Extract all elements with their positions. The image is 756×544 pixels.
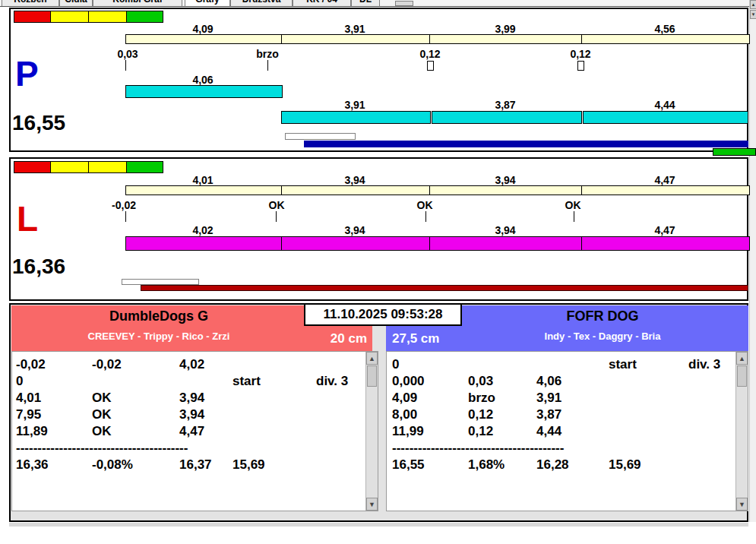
cell: 4,09 (392, 391, 468, 406)
dog-time-label: 3,94 (495, 224, 515, 236)
tick-mark (425, 211, 426, 222)
record-time: 15,69 (232, 457, 316, 473)
separator-row: ---------------------------------------- (387, 440, 735, 457)
summary-row: 16,36-0,08%16,3715,69 (12, 457, 365, 473)
track-segment (582, 35, 749, 43)
track-segment (282, 35, 430, 43)
scroll-up-icon[interactable]: ▲ (736, 352, 748, 365)
crossing-mark-label: OK (269, 199, 285, 211)
indicator-green-segment (127, 11, 163, 23)
datetime-text: 11.10.2025 09:53:28 (324, 307, 443, 322)
window-scrollbar[interactable]: ▲ ▼ (749, 0, 756, 522)
table-row: 8,000,123,87 (387, 406, 735, 423)
tab-druzstva[interactable]: Družstva (230, 0, 293, 7)
lane-p-dog-bar (281, 111, 431, 124)
crossing-mark-label: 0,12 (419, 48, 440, 60)
table-body: 0startdiv. 3 0,0000,034,06 4,09brzo3,91 … (387, 352, 748, 473)
dog-time-label: 4,02 (192, 224, 213, 236)
scroll-down-icon[interactable]: ▼ (366, 498, 378, 511)
crossing-mark-label: OK (417, 199, 433, 211)
table-scrollbar[interactable]: ▲ ▼ (735, 352, 748, 511)
cell: 3,94 (179, 391, 232, 406)
tab-label: Kombi Graf (112, 0, 162, 5)
timing-window: Rozběh Čidla Kombi Graf Grafy Družstva K… (0, 0, 756, 544)
tab-bar: Rozběh Čidla Kombi Graf Grafy Družstva K… (0, 0, 756, 7)
table-scrollbar[interactable]: ▲ ▼ (365, 352, 378, 511)
cell: -0,02 (92, 357, 179, 372)
cell: OK (92, 424, 179, 439)
table-row: 0startdiv. 3 (387, 356, 735, 373)
lane-p-dog-bar (583, 111, 748, 124)
lane-p-split-track (125, 34, 750, 44)
tab-kk-04[interactable]: KK / 04 (293, 0, 351, 7)
table-body: -0,02-0,024,02 0startdiv. 3 4,01OK3,94 7… (12, 352, 378, 473)
cell: OK (92, 391, 179, 406)
crossing-marker-box (427, 61, 434, 71)
dog-time-label: 3,91 (344, 99, 365, 111)
cell: 4,47 (179, 424, 232, 439)
tab-grafy[interactable]: Grafy (185, 0, 230, 7)
track-segment (582, 186, 749, 195)
tab-label: Grafy (195, 0, 219, 5)
cell: 3,91 (536, 391, 609, 406)
team-left-results-table: -0,02-0,024,02 0startdiv. 3 4,01OK3,94 7… (11, 351, 378, 511)
scroll-up-icon[interactable]: ▲ (366, 352, 378, 365)
separator-line: ---------------------------------------- (16, 441, 365, 456)
cell: 0,000 (392, 374, 468, 389)
track-segment (126, 186, 282, 195)
team-right-height: 27,5 cm (392, 331, 439, 346)
scrollbar-thumb[interactable] (737, 365, 747, 387)
lane-p-total-bar (304, 141, 748, 147)
scroll-up-icon[interactable]: ▲ (750, 0, 756, 9)
cell: 4,06 (536, 374, 609, 389)
team-left-dogs: CREEVEY - Trippy - Rico - Zrzi (11, 331, 306, 342)
results-section: DumbleDogs G CREEVEY - Trippy - Rico - Z… (9, 303, 748, 522)
dog-time-label: 3,94 (344, 224, 365, 236)
track-segment (430, 35, 582, 43)
indicator-yellow-segment (89, 161, 127, 173)
cell: 11,89 (16, 424, 92, 439)
bar-segment (126, 237, 282, 250)
corrected-time: 16,37 (179, 457, 232, 473)
scroll-down-icon[interactable]: ▼ (750, 10, 756, 19)
lane-p-dog-bar (432, 111, 582, 124)
split-time-label: 3,94 (344, 174, 365, 186)
split-time-label: 3,99 (495, 23, 515, 35)
cell: 0 (16, 374, 92, 389)
separator-line: ---------------------------------------- (392, 441, 735, 456)
lane-l-status-indicator (14, 161, 163, 173)
progress-inset (285, 133, 356, 140)
tab-dl[interactable]: DL (351, 0, 380, 7)
lane-l-total-bar (141, 285, 748, 291)
tab-kombi-graf[interactable]: Kombi Graf (93, 0, 182, 7)
dog-time-label: 4,47 (654, 224, 675, 236)
tick-mark (125, 211, 126, 222)
cell: div. 3 (688, 357, 735, 372)
team-right-name: FOFR DOG (462, 308, 743, 324)
team-right-dogs: Indy - Tex - Daggry - Bria (462, 331, 743, 342)
team-left-height: 20 cm (306, 331, 367, 346)
crossing-mark-label: brzo (256, 48, 279, 60)
crossing-mark-label: 0,03 (117, 48, 138, 60)
tab-label: DL (359, 0, 372, 5)
indicator-green-segment (127, 161, 163, 173)
bar-segment (582, 237, 749, 250)
lane-p-total-time: 16,55 (12, 112, 65, 134)
lane-l-split-track (125, 185, 750, 195)
tab-rozbeh[interactable]: Rozběh (2, 0, 59, 7)
cell: 4,01 (16, 391, 92, 406)
scroll-down-icon[interactable]: ▼ (736, 498, 748, 511)
indicator-red-segment (14, 11, 51, 23)
scrollbar-thumb[interactable] (367, 365, 377, 387)
cell: 0,12 (468, 407, 536, 422)
datetime-display: 11.10.2025 09:53:28 (304, 303, 462, 326)
dog-time-label: 4,44 (654, 99, 675, 111)
cell: 3,87 (536, 407, 609, 422)
track-segment (282, 186, 430, 195)
tab-cidla[interactable]: Čidla (59, 0, 93, 7)
table-row: 11,89OK4,47 (12, 423, 365, 440)
cell: start (609, 357, 688, 372)
tab-label: KK / 04 (306, 0, 337, 5)
tab-strip-end-box[interactable] (395, 1, 413, 6)
cell: OK (92, 407, 179, 422)
